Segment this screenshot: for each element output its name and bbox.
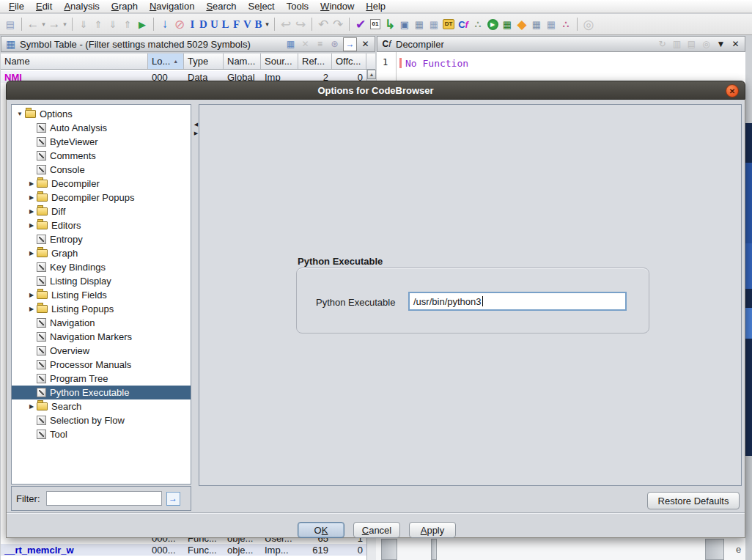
save-icon[interactable]: ▤ [3,17,18,32]
menu-help[interactable]: Help [360,0,391,13]
data-type-manager-icon[interactable]: DT [441,17,456,32]
letter-l-icon[interactable]: L [220,17,231,32]
letter-i-icon[interactable]: I [187,17,198,32]
tree-item-decompiler-popups[interactable]: ▶Decompiler Popups [12,191,191,205]
letters-dropdown-icon[interactable]: ▾ [264,17,270,32]
dialog-titlebar[interactable]: Options for CodeBrowser ✕ [6,81,745,100]
tree-item-tool[interactable]: Tool [12,427,191,441]
column-header-sour[interactable]: Sour... [261,54,298,69]
apply-button[interactable]: Apply [409,522,456,538]
tree-item-comments[interactable]: Comments [12,149,191,163]
symbol-tree-icon[interactable]: ∴ [559,17,573,32]
expander-closed-icon[interactable]: ▶ [26,194,37,201]
menu-file[interactable]: File [3,0,30,13]
tree-item-navigation[interactable]: Navigation [12,316,191,330]
clear-flow-icon[interactable]: ⊘ [172,17,187,32]
close-icon[interactable]: ✕ [359,38,372,51]
tree-item-program-tree[interactable]: Program Tree [12,372,191,386]
undo-icon[interactable]: ↶ [316,17,331,32]
decompiler-icon[interactable]: Cf [456,17,471,32]
menu-select[interactable]: Select [243,0,281,13]
tree-item-editors[interactable]: ▶Editors [12,218,191,232]
program-in-icon[interactable]: ⇓ [76,17,91,32]
import-icon[interactable]: ↳ [383,17,397,32]
tree-item-byteviewer[interactable]: ByteViewer [12,135,191,149]
expander-closed-icon[interactable]: ▶ [26,403,37,410]
tree-item-options[interactable]: ▼Options [12,107,191,121]
column-header-type[interactable]: Type [184,54,224,69]
bookmarks-icon[interactable]: ▣ [397,17,412,32]
menu-window[interactable]: Window [314,0,360,13]
make-selection-icon[interactable]: ▦ [284,38,297,51]
expander-closed-icon[interactable]: ▶ [26,208,37,215]
expander-closed-icon[interactable]: ▶ [26,250,37,257]
menu-tools[interactable]: Tools [281,0,314,13]
snapshot-run-icon[interactable]: ▶ [135,17,150,32]
tree-item-selection-by-flow[interactable]: Selection by Flow [12,413,191,427]
defined-strings-icon[interactable]: ▦ [544,17,559,32]
tree-item-listing-fields[interactable]: ▶Listing Fields [12,288,191,302]
table-row[interactable]: __rt_memclr_w000...Func...obje...Imp...6… [1,544,366,556]
filter-input[interactable] [46,491,162,506]
export-icon[interactable]: ▤ [685,38,698,51]
comments-icon[interactable]: ◎ [581,17,596,32]
letter-v-icon[interactable]: V [242,17,253,32]
close-icon[interactable]: ✕ [726,84,739,97]
letter-d-icon[interactable]: D [198,17,209,32]
annotation-forward-icon[interactable]: ↪ [293,17,308,32]
tree-item-auto-analysis[interactable]: Auto Analysis [12,121,191,135]
go-to-icon[interactable]: ↓ [158,17,172,32]
annotation-back-icon[interactable]: ↩ [279,17,293,32]
expander-open-icon[interactable]: ▼ [15,111,25,117]
tree-item-diff[interactable]: ▶Diff [12,205,191,218]
expander-closed-icon[interactable]: ▶ [26,292,37,298]
restore-defaults-button[interactable]: Restore Defaults [647,492,740,509]
function-call-graph-icon[interactable]: ∴ [471,17,485,32]
register-manager-icon[interactable]: ◆ [515,17,529,32]
program-out-icon[interactable]: ⇑ [91,17,106,32]
camera-icon[interactable]: ◎ [700,38,712,51]
copy-icon[interactable]: ▥ [671,38,683,51]
dropdown-icon[interactable]: ▼ [715,38,727,51]
expander-closed-icon[interactable]: ▶ [26,306,37,312]
forward-icon[interactable]: → [47,17,62,32]
tree-item-decompiler[interactable]: ▶Decompiler [12,177,191,191]
back-dropdown-icon[interactable]: ▾ [40,17,47,32]
back-icon[interactable]: ← [26,17,40,32]
letter-f-icon[interactable]: F [231,17,242,32]
validate-icon[interactable]: ✔ [353,17,368,32]
scroll-up-icon[interactable]: ▲ [367,70,376,79]
columns-menu-icon[interactable]: ≡ [314,38,326,51]
tree-item-listing-display[interactable]: Listing Display [12,274,191,288]
memory-map-icon[interactable]: ▦ [500,17,515,32]
letter-u-icon[interactable]: U [209,17,220,32]
column-header-name[interactable]: Name [1,54,148,69]
symbol-table-icon[interactable]: ▦ [412,17,427,32]
menu-graph[interactable]: Graph [106,0,144,13]
tree-item-console[interactable]: Console [12,163,191,177]
filter-toggle-icon[interactable]: → [343,37,357,51]
tree-item-key-bindings[interactable]: Key Bindings [12,260,191,274]
refresh-icon[interactable]: ↻ [656,38,668,51]
tree-item-processor-manuals[interactable]: Processor Manuals [12,358,191,372]
ok-button[interactable]: OK [298,522,344,538]
column-header-lo[interactable]: Lo...▲ [148,54,184,69]
run-script-icon[interactable]: ▶ [485,17,500,32]
python-executable-input[interactable]: /usr/bin/python3 [408,292,627,311]
defined-data-icon[interactable]: ▦ [529,17,544,32]
tree-item-overview[interactable]: Overview [12,344,191,358]
menu-navigation[interactable]: Navigation [144,0,200,13]
symbol-references-icon[interactable]: ▦ [427,17,441,32]
program-out2-icon[interactable]: ⇑ [120,17,135,32]
tree-item-graph[interactable]: ▶Graph [12,246,191,260]
tree-item-search[interactable]: ▶Search [12,399,191,413]
menu-edit[interactable]: Edit [30,0,58,13]
filter-icon[interactable]: → [166,492,180,506]
letter-b-icon[interactable]: B [253,17,264,32]
column-header-nam[interactable]: Nam... [224,54,261,69]
tree-item-entropy[interactable]: Entropy [12,232,191,246]
forward-dropdown-icon[interactable]: ▾ [62,17,68,32]
tree-item-python-executable[interactable]: Python Executable [12,386,191,399]
delete-icon[interactable]: ✕ [299,38,312,51]
expander-closed-icon[interactable]: ▶ [26,180,37,187]
